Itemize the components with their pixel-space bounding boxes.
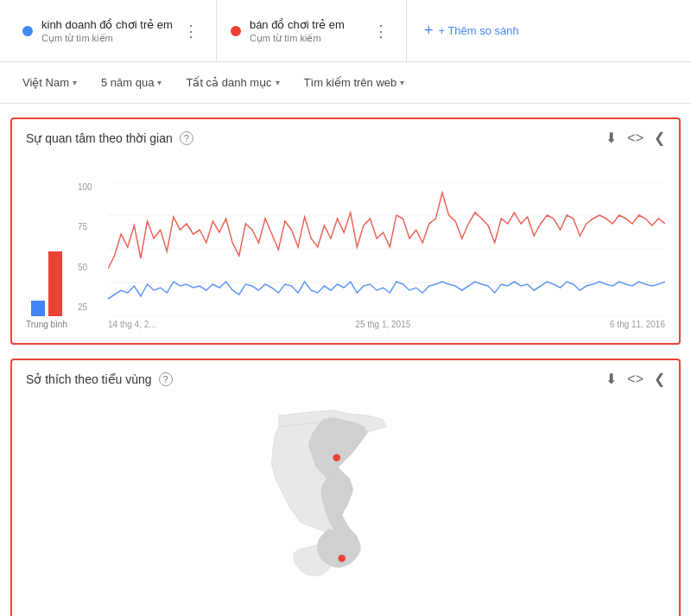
interest-by-subregion-section: Sở thích theo tiểu vùng ? ⬇ <> ❮	[10, 359, 681, 616]
red-trend-line	[108, 193, 665, 269]
plus-icon: +	[424, 22, 434, 40]
tab-item-1[interactable]: kinh doanh đồ chơi trẻ em Cụm từ tìm kiế…	[9, 0, 217, 61]
interest-over-time-section: Sự quan tâm theo thời gian ? ⬇ <> ❮ Trun…	[10, 117, 681, 345]
embed-icon-2[interactable]: <>	[627, 372, 643, 387]
tab-content-1: kinh doanh đồ chơi trẻ em Cụm từ tìm kiế…	[41, 18, 173, 44]
avg-bar-blue	[31, 301, 45, 316]
map-marker-south	[338, 555, 346, 562]
vietnam-map	[181, 404, 510, 612]
help-icon-1[interactable]: ?	[180, 131, 193, 145]
tab-dot-red	[231, 26, 241, 36]
tab-menu-icon-1[interactable]: ⋮	[180, 18, 202, 44]
chart-area: Trung bình 100 75 50 25	[12, 156, 679, 343]
tabs-bar: kinh doanh đồ chơi trẻ em Cụm từ tìm kiế…	[0, 0, 691, 62]
filter-period[interactable]: 5 năm qua ▾	[92, 71, 170, 94]
embed-icon-1[interactable]: <>	[627, 130, 643, 146]
chevron-down-icon-2: ▾	[157, 78, 162, 87]
tab-content-2: bán đồ chơi trẻ em Cụm từ tìm kiếm	[250, 18, 363, 44]
filter-bar: Việt Nam ▾ 5 năm qua ▾ Tất cả danh mục ▾…	[0, 62, 691, 104]
chart-svg	[108, 182, 665, 316]
filter-category[interactable]: Tất cả danh mục ▾	[177, 71, 288, 94]
share-icon-2[interactable]: ❮	[654, 371, 665, 387]
x-label-3: 6 thg 11, 2016	[610, 320, 665, 329]
chart-main: 100 75 50 25	[78, 182, 665, 329]
avg-bar-red	[48, 251, 62, 316]
add-compare-button[interactable]: + + Thêm so sánh	[407, 0, 536, 61]
interest-over-time-title: Sự quan tâm theo thời gian	[26, 131, 173, 145]
chevron-down-icon-3: ▾	[276, 78, 280, 87]
chevron-down-icon-4: ▾	[400, 78, 404, 87]
tab-title-1: kinh doanh đồ chơi trẻ em	[41, 18, 173, 31]
x-label-1: 14 thg 4, 2...	[108, 320, 156, 329]
download-icon-1[interactable]: ⬇	[605, 130, 617, 146]
x-label-2: 25 thg 1, 2015	[355, 320, 410, 329]
chart-container: Trung bình 100 75 50 25	[26, 156, 665, 329]
interest-by-subregion-title: Sở thích theo tiểu vùng	[26, 372, 152, 386]
add-compare-label: + Thêm so sánh	[438, 24, 518, 37]
blue-trend-line	[108, 282, 665, 299]
tab-menu-icon-2[interactable]: ⋮	[370, 18, 392, 44]
section-title-group-2: Sở thích theo tiểu vùng ?	[26, 372, 173, 386]
tab-dot-blue	[22, 26, 33, 36]
y-label-100: 100	[78, 182, 104, 192]
section-actions-2: ⬇ <> ❮	[605, 371, 665, 387]
tab-subtitle-1: Cụm từ tìm kiếm	[41, 33, 173, 44]
tab-item-2[interactable]: bán đồ chơi trẻ em Cụm từ tìm kiếm ⋮	[217, 0, 407, 61]
y-label-75: 75	[78, 222, 104, 232]
filter-search-type-label: Tìm kiếm trên web	[304, 76, 397, 89]
filter-search-type[interactable]: Tìm kiếm trên web ▾	[295, 71, 414, 94]
x-axis-labels: 14 thg 4, 2... 25 thg 1, 2015 6 thg 11, …	[108, 320, 665, 329]
chart-svg-area	[108, 182, 665, 316]
tab-title-2: bán đồ chơi trẻ em	[250, 18, 363, 31]
section-title-group-1: Sự quan tâm theo thời gian ?	[26, 131, 193, 145]
section-header-2: Sở thích theo tiểu vùng ? ⬇ <> ❮	[12, 360, 679, 397]
tab-subtitle-2: Cụm từ tìm kiếm	[250, 33, 363, 44]
y-label-25: 25	[78, 302, 104, 312]
y-axis-labels: 100 75 50 25	[78, 182, 104, 312]
share-icon-1[interactable]: ❮	[654, 130, 665, 146]
chart-avg-bars: Trung bình	[26, 182, 67, 329]
y-label-50: 50	[78, 263, 104, 272]
avg-label: Trung bình	[26, 320, 67, 329]
avg-bars-group	[31, 213, 62, 316]
filter-period-label: 5 năm qua	[101, 76, 154, 89]
filter-region-label: Việt Nam	[22, 76, 69, 89]
filter-region[interactable]: Việt Nam ▾	[14, 71, 86, 94]
chevron-down-icon: ▾	[73, 78, 77, 87]
map-marker-north	[333, 454, 340, 461]
section-header-1: Sự quan tâm theo thời gian ? ⬇ <> ❮	[12, 119, 679, 156]
filter-category-label: Tất cả danh mục	[186, 76, 271, 89]
section-actions-1: ⬇ <> ❮	[605, 130, 665, 146]
map-container	[181, 404, 510, 612]
help-icon-2[interactable]: ?	[159, 372, 173, 386]
download-icon-2[interactable]: ⬇	[605, 371, 617, 387]
map-area	[12, 397, 679, 616]
